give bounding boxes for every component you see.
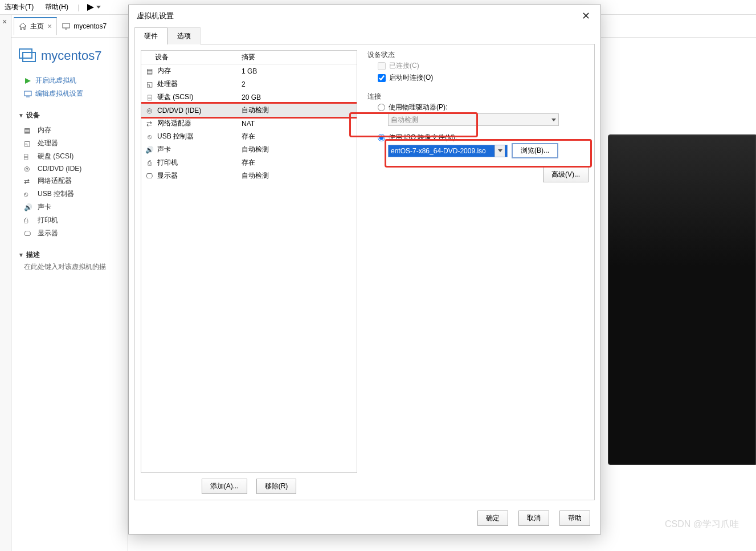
dev-net[interactable]: ⇄网络适配器 [18,174,121,187]
tab-options[interactable]: 选项 [167,27,201,44]
remove-hardware-button[interactable]: 移除(R) [256,479,297,494]
watermark: CSDN @学习爪哇 [665,519,739,530]
dev-display[interactable]: 🖵显示器 [18,227,121,240]
dialog-footer: 确定 取消 帮助 [129,505,600,534]
vm-sidebar: mycentos7 开启此虚拟机 编辑虚拟机设置 ▼ 设备 ▤内存 ◱处理器 [11,38,128,551]
sound-icon: 🔊 [24,203,33,211]
settings-icon [24,90,32,98]
memory-icon: ▤ [24,126,33,134]
description-label: 描述 [26,250,40,260]
iso-path-value: entOS-7-x86_64-DVD-2009.iso [391,147,486,155]
cancel-button[interactable]: 取消 [518,511,549,526]
tab-vm[interactable]: mycentos7 [57,17,112,35]
use-iso-radio[interactable]: 使用 ISO 映像文件(M): [378,132,589,144]
hardware-panel: 设备 摘要 ▤内存1 GB ◱处理器2 ⌸硬盘 (SCSI)20 GB ◎CD/… [134,44,595,500]
iso-path-combo[interactable]: entOS-7-x86_64-DVD-2009.iso [388,145,508,157]
run-button[interactable] [86,3,101,12]
hw-row-cddvd[interactable]: ◎CD/DVD (IDE)自动检测 [141,104,357,117]
hw-row-disk[interactable]: ⌸硬盘 (SCSI)20 GB [141,91,357,104]
vm-settings-dialog: 虚拟机设置 ✕ 硬件 选项 设备 摘要 ▤内存1 GB ◱处理器2 ⌸硬盘 (S… [128,5,601,534]
dialog-tabs: 硬件 选项 [129,27,600,44]
hw-row-usb[interactable]: ⎋USB 控制器存在 [141,130,357,143]
menu-tabs[interactable]: 选项卡(T) [2,1,36,13]
device-detail-pane: 设备状态 已连接(C) 启动时连接(O) 连接 使用物理驱动器(P): 自动检测 [367,50,589,494]
status-group-label: 设备状态 [367,50,589,60]
edit-settings-action[interactable]: 编辑虚拟机设置 [18,87,121,100]
menu-help[interactable]: 帮助(H) [43,1,71,13]
vm-title-text: mycentos7 [41,48,101,63]
hw-row-cpu[interactable]: ◱处理器2 [141,77,357,91]
network-icon: ⇄ [145,120,154,128]
usb-icon: ⎋ [145,133,154,141]
vm-icon [18,47,36,65]
devices-header[interactable]: ▼ 设备 [18,111,121,120]
connect-on-start-input[interactable] [378,74,386,82]
physical-drive-combo: 自动检测 [388,113,559,126]
home-icon [19,22,27,30]
disk-icon: ⌸ [24,153,33,161]
svg-rect-1 [63,23,70,28]
display-icon: 🖵 [145,172,154,180]
vm-title: mycentos7 [18,47,121,65]
display-icon: 🖵 [24,230,33,238]
dialog-title: 虚拟机设置 [137,11,174,21]
cpu-icon: ◱ [24,140,33,148]
dropdown-icon [551,119,556,121]
add-hardware-button[interactable]: 添加(A)... [202,479,247,494]
help-button[interactable]: 帮助 [559,511,590,526]
hw-row-printer[interactable]: ⎙打印机存在 [141,156,357,169]
ok-button[interactable]: 确定 [477,511,508,526]
close-icon[interactable]: × [47,22,52,31]
dev-printer[interactable]: ⎙打印机 [18,214,121,227]
hardware-list: 设备 摘要 ▤内存1 GB ◱处理器2 ⌸硬盘 (SCSI)20 GB ◎CD/… [141,50,357,473]
dev-disk[interactable]: ⌸硬盘 (SCSI) [18,150,121,163]
left-gutter: × [0,15,11,551]
radio-physical-input[interactable] [378,104,385,111]
network-icon: ⇄ [24,177,33,185]
devices-label: 设备 [26,111,40,120]
cd-icon: ◎ [24,165,33,173]
dialog-close-button[interactable]: ✕ [573,7,598,25]
dialog-titlebar: 虚拟机设置 ✕ [129,5,600,27]
hw-row-sound[interactable]: 🔊声卡自动检测 [141,143,357,156]
col-summary: 摘要 [238,51,352,64]
printer-icon: ⎙ [145,159,154,167]
hw-row-display[interactable]: 🖵显示器自动检测 [141,169,357,182]
tab-home[interactable]: 主页 × [14,17,57,35]
power-on-action[interactable]: 开启此虚拟机 [18,74,121,87]
sound-icon: 🔊 [145,146,154,154]
dev-memory[interactable]: ▤内存 [18,124,121,137]
tab-vm-label: mycentos7 [73,22,107,30]
description-header[interactable]: ▼ 描述 [18,250,121,260]
dropdown-icon[interactable] [495,145,505,157]
tab-home-label: 主页 [30,22,44,31]
connection-group-label: 连接 [367,92,589,101]
vm-display-panel [608,134,756,465]
collapse-icon: ▼ [18,252,24,258]
dev-cddvd[interactable]: ◎CD/DVD (IDE) [18,163,121,174]
dev-usb[interactable]: ⎋USB 控制器 [18,187,121,201]
devices-list: ▤内存 ◱处理器 ⌸硬盘 (SCSI) ◎CD/DVD (IDE) ⇄网络适配器… [18,124,121,240]
svg-rect-6 [24,91,31,96]
advanced-button[interactable]: 高级(V)... [543,167,589,182]
dev-cpu[interactable]: ◱处理器 [18,137,121,150]
col-device: 设备 [141,51,238,64]
description-hint[interactable]: 在此处键入对该虚拟机的描 [18,260,121,272]
close-panel-icon[interactable]: × [0,15,11,28]
radio-iso-input[interactable] [378,134,385,141]
dropdown-icon [96,6,101,9]
svg-rect-4 [23,52,35,62]
connected-checkbox[interactable]: 已连接(C) [378,60,589,72]
hw-row-memory[interactable]: ▤内存1 GB [141,64,357,77]
connect-on-start-checkbox[interactable]: 启动时连接(O) [378,72,589,84]
tab-hardware[interactable]: 硬件 [134,27,167,44]
browse-button[interactable]: 浏览(B)... [512,144,558,158]
svg-rect-3 [19,49,32,58]
play-icon [24,77,32,85]
use-physical-radio[interactable]: 使用物理驱动器(P): [378,101,589,113]
monitor-icon [62,22,70,30]
memory-icon: ▤ [145,67,154,75]
usb-icon: ⎋ [24,190,33,198]
dev-sound[interactable]: 🔊声卡 [18,201,121,214]
hw-row-net[interactable]: ⇄网络适配器NAT [141,117,357,130]
